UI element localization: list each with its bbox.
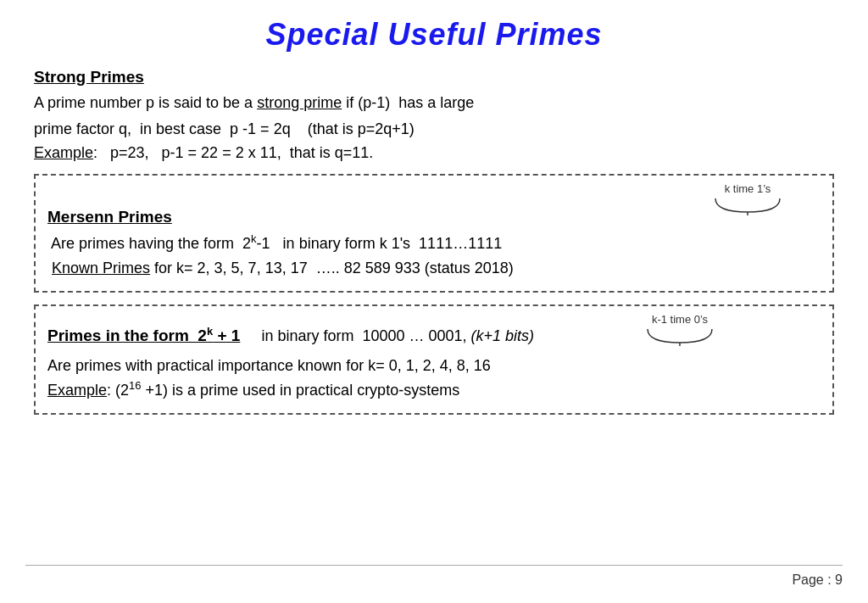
fermat-brace-svg [646,327,714,346]
fermat-box: k-1 time 0’s Primes in the form 2k + 1 i… [34,304,834,415]
fermat-sup-16: 16 [129,379,141,392]
known-primes-label: Known Primes [52,260,150,276]
fermat-line-1: Are primes with practical importance kno… [47,354,821,378]
bottom-divider [25,565,843,566]
fermat-italic: (k+1 bits) [471,327,535,344]
mersenn-sup-1: k [251,232,257,245]
mersenn-primes-heading: Mersenn Primes [47,208,821,226]
fermat-example-line: Example: (216 +1) is a prime used in pra… [47,378,821,403]
strong-primes-example: Example: p=23, p-1 = 22 = 2 x 11, that i… [34,144,834,162]
strong-primes-section: Strong Primes A prime number p is said t… [34,68,834,162]
mersenn-box: k time 1’s Mersenn Primes Are primes hav… [34,174,834,293]
mersenn-line-1: Are primes having the form 2k-1 in binar… [47,232,821,256]
fermat-brace-label: k-1 time 0’s [652,313,708,326]
fermat-heading: Primes in the form 2k + 1 [47,327,240,344]
page-number: Page : 9 [792,572,843,588]
strong-prime-underline: strong prime [257,94,342,111]
fermat-sup-heading: k [207,324,213,337]
strong-primes-text-1: A prime number p is said to be a strong … [34,92,834,114]
mersenn-brace-annotation: k time 1’s [714,182,782,215]
strong-primes-text-2: prime factor q, in best case p -1 = 2q (… [34,118,834,141]
fermat-example-label: Example [47,382,107,399]
mersenn-brace-label: k time 1’s [725,182,771,195]
mersenn-line-2: Known Primes for k= 2, 3, 5, 7, 13, 17 …… [47,256,821,281]
example-label-1: Example [34,144,93,161]
fermat-brace-annotation: k-1 time 0’s [646,313,714,346]
page-title: Special Useful Primes [34,17,834,53]
strong-primes-heading: Strong Primes [34,68,834,87]
mersenn-brace-svg [714,197,782,215]
